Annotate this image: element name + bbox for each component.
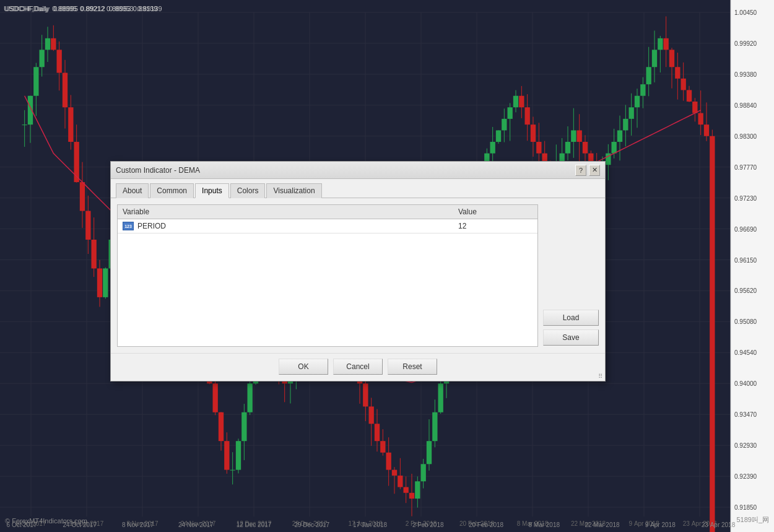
side-buttons: Load Save: [543, 204, 599, 347]
table-row[interactable]: 123 PERIOD 12: [118, 219, 537, 233]
dialog-footer: OK Cancel Reset: [111, 353, 605, 381]
period-variable-name: PERIOD: [137, 222, 458, 230]
help-button[interactable]: ?: [575, 165, 586, 176]
ok-button[interactable]: OK: [279, 359, 328, 375]
watermark-right: 5189叫_网: [736, 515, 769, 525]
tab-visualization[interactable]: Visualization: [266, 183, 321, 198]
tab-common[interactable]: Common: [150, 183, 194, 198]
save-button[interactable]: Save: [543, 329, 599, 346]
dialog-controls: ? ✕: [575, 165, 600, 176]
col-value-header: Value: [458, 207, 533, 216]
dialog-titlebar: Custom Indicator - DEMA ? ✕: [111, 162, 605, 179]
reset-button[interactable]: Reset: [388, 359, 437, 375]
table-header: Variable Value: [118, 205, 537, 219]
tab-colors[interactable]: Colors: [230, 183, 266, 198]
period-icon: 123: [123, 222, 134, 230]
indicator-dialog: Custom Indicator - DEMA ? ✕ About Common…: [110, 161, 606, 382]
load-button[interactable]: Load: [543, 310, 599, 326]
dialog-tabs: About Common Inputs Colors Visualization: [111, 179, 605, 198]
dialog-title: Custom Indicator - DEMA: [116, 166, 200, 175]
dialog-body: Variable Value 123 PERIOD 12 Load Save: [111, 198, 605, 353]
tab-about[interactable]: About: [116, 183, 149, 198]
dialog-content-row: Variable Value 123 PERIOD 12 Load Save: [117, 204, 599, 347]
period-value: 12: [458, 222, 533, 230]
tab-inputs[interactable]: Inputs: [195, 183, 229, 198]
inputs-table: Variable Value 123 PERIOD 12: [117, 204, 538, 347]
cancel-button[interactable]: Cancel: [333, 359, 383, 375]
resize-handle[interactable]: ⠿: [596, 372, 604, 380]
chart-symbol-label: USDCHF,Daily 0.88995 0.89212 0.88953 0.8…: [5, 5, 157, 12]
close-button[interactable]: ✕: [589, 165, 600, 176]
col-variable-header: Variable: [123, 207, 458, 216]
watermark-left: © ForexMT4Indicators.com: [5, 517, 87, 525]
